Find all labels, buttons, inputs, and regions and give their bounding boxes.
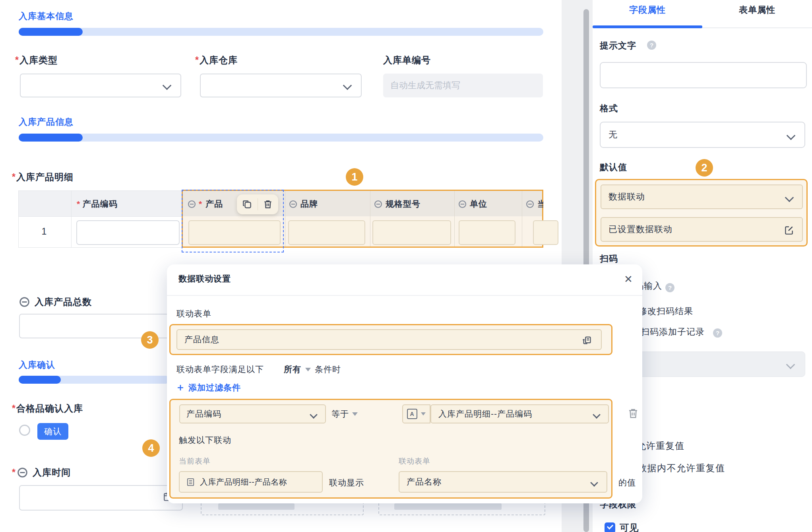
copy-icon[interactable] [242,199,252,210]
required-mark: * [15,55,19,65]
current-form-field-box[interactable]: 入库产品明细--产品名称 [179,471,323,493]
confirm-option-button[interactable]: 确认 [37,423,68,440]
condition-value: 入库产品明细--产品编码 [438,408,532,419]
modal-title: 数据联动设置 [178,273,231,284]
col-header-current: 当 [526,198,543,210]
help-icon[interactable]: ? [665,283,674,292]
link-icon [17,467,28,478]
switch-form-icon[interactable] [581,335,592,346]
section-progress-track [19,28,543,36]
section-progress-fill [19,376,61,384]
condition-operator[interactable]: 等于 [331,408,349,419]
skeleton-bar [394,503,502,510]
trigger-section-label: 触发以下联动 [179,435,231,446]
add-filter-link[interactable]: 添加过滤条件 [176,382,241,393]
field-label-inbound-warehouse: *入库仓库 [195,54,238,66]
link-icon [526,200,534,208]
inbound-warehouse-select[interactable] [200,74,362,97]
section-progress-fill [19,28,83,36]
field-label-qualified: *合格品确认入库 [12,402,83,415]
plus-icon [176,384,184,392]
chevron-down-icon [343,81,352,90]
hint-input[interactable] [600,62,807,88]
caret-down-icon [305,368,311,371]
condition-value-select[interactable]: 入库产品明细--产品编码 [430,404,609,423]
chevron-down-icon [593,411,601,419]
link-display-label: 联动显示 [329,477,364,488]
link-icon [19,297,30,307]
delete-condition-icon[interactable] [627,408,639,419]
chevron-down-icon [163,81,172,90]
value-type-selector[interactable]: A [402,404,430,423]
table-grid-line [522,191,522,247]
required-mark: * [12,467,16,478]
current-form-field-value: 入库产品明细--产品名称 [200,477,287,487]
help-icon[interactable]: ? [647,41,656,50]
chevron-down-icon [310,411,318,419]
tab-field-props[interactable]: 字段属性 [593,4,702,16]
skeleton-bar [218,503,295,510]
section-progress-fill [19,134,83,142]
tab-form-props[interactable]: 表单属性 [702,4,812,16]
required-mark: * [195,55,199,65]
field-label-time: * 入库时间 [12,466,71,479]
default-mode-select[interactable]: 数据联动 [601,184,803,209]
field-label-detail-table: *入库产品明细 [12,171,74,183]
field-label-order-no: 入库单编号 [383,54,431,66]
condition-suffix: 条件时 [315,364,341,375]
form-designer-screen: 入库基本信息 *入库类型 *入库仓库 入库单编号 自动生成无需填写 入库产品信息… [0,0,812,532]
required-mark: * [12,172,16,182]
section-progress-track [19,134,543,142]
linked-form-label: 联动表单 [176,308,211,319]
subtable-icon [186,478,195,487]
brand-cell-input[interactable] [288,220,365,245]
text-type-icon: A [407,409,417,419]
value-suffix-label: 的值 [618,477,636,488]
visible-checkbox[interactable] [605,522,615,532]
total-input[interactable] [19,314,183,338]
product-code-cell-input[interactable] [76,220,180,245]
condition-mode-select[interactable]: 所有 [284,364,301,375]
col-header-product-code: * 产品编码 [77,198,118,210]
linkage-configured-box: 已设置数据联动 [601,217,803,242]
table-grid-line [285,191,285,247]
spec-cell-input[interactable] [372,220,451,245]
condition-prefix: 联动表单字段满足以下 [176,364,264,375]
field-label-inbound-type: *入库类型 [15,54,58,66]
toolbar-divider [258,198,258,210]
order-no-placeholder: 自动生成无需填写 [390,80,460,91]
edit-icon[interactable] [784,225,794,235]
linked-form-value: 产品信息 [184,334,219,345]
linked-field-value: 产品名称 [407,476,442,487]
chevron-down-icon [786,360,795,369]
caret-down-icon [421,412,426,416]
format-select[interactable]: 无 [600,122,805,148]
trash-icon[interactable] [263,199,273,210]
link-icon [458,200,467,208]
chevron-down-icon [785,193,794,202]
section-title-confirm: 入库确认 [19,359,55,371]
unit-cell-input[interactable] [459,220,515,245]
default-mode-value: 数据联动 [609,191,645,203]
default-value-label: 默认值 [600,161,627,173]
condition-field-select[interactable]: 产品编码 [179,404,326,423]
table-grid-line [370,191,370,247]
current-cell-input[interactable] [533,220,558,245]
required-mark: * [77,199,80,208]
active-tab-underline [593,25,702,28]
required-mark: * [12,403,16,414]
field-label-total: 入库产品总数 [19,296,92,308]
qualified-radio[interactable] [19,425,30,436]
linked-form-input[interactable]: 产品信息 [176,329,602,350]
linked-form-label2: 联动表单 [399,456,430,466]
row-number: 1 [34,226,54,237]
annotation-badge-1: 1 [346,168,363,186]
time-input[interactable] [19,485,183,511]
close-icon[interactable]: ✕ [624,273,633,285]
section-title-basic: 入库基本信息 [19,10,74,22]
help-icon[interactable]: ? [713,328,722,338]
annotation-badge-4: 4 [142,439,160,457]
inbound-type-select[interactable] [20,74,181,97]
table-grid-line [454,191,455,247]
linked-field-select[interactable]: 产品名称 [399,471,607,493]
